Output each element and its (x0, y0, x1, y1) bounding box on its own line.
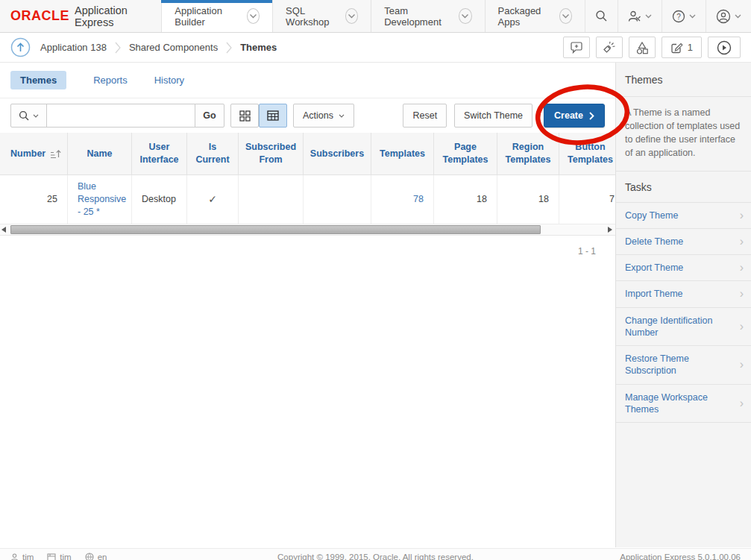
column-header-number[interactable]: Number (0, 133, 68, 175)
breadcrumb-separator-icon (226, 40, 232, 55)
task-change-identification-number[interactable]: Change Identification Number› (616, 308, 751, 347)
chevron-right-icon: › (740, 262, 744, 274)
breadcrumb-application[interactable]: Application 138 (40, 42, 107, 53)
scrollbar-thumb[interactable] (10, 225, 541, 234)
chevron-down-icon[interactable] (345, 8, 358, 24)
oracle-logo: ORACLE Application Express (0, 0, 161, 32)
tab-label: Packaged Apps (498, 5, 553, 28)
page-tabs: Themes Reports History (0, 63, 615, 98)
chevron-down-icon[interactable] (559, 8, 572, 24)
checkmark-icon: ✓ (208, 192, 217, 207)
templates-count-link[interactable]: 78 (413, 193, 424, 206)
up-level-icon[interactable] (10, 37, 31, 57)
chevron-right-icon: › (740, 288, 744, 300)
cell-user-interface: Desktop (132, 175, 187, 224)
column-header-is-current[interactable]: Is Current (187, 133, 239, 175)
help-menu-button[interactable]: ? (662, 0, 706, 32)
themes-report: Number Name User Interface Is Current Su… (0, 133, 615, 236)
create-label: Create (554, 110, 583, 121)
search-column-menu-button[interactable] (10, 104, 47, 128)
footer-workspace-label: tim (60, 553, 71, 560)
chevron-right-icon: › (740, 359, 744, 371)
column-label: Region Templates (502, 141, 554, 166)
spotlight-search-button[interactable] (596, 37, 623, 58)
chevron-down-icon (339, 114, 345, 118)
user-account-menu-button[interactable] (706, 0, 751, 32)
column-header-button-templates[interactable]: Button Templates (559, 133, 615, 175)
feedback-button[interactable] (563, 37, 590, 58)
chevron-right-icon: › (740, 236, 744, 248)
edit-page-icon (670, 41, 683, 54)
breadcrumb-shared-components[interactable]: Shared Components (129, 42, 218, 53)
tab-history[interactable]: History (154, 75, 184, 86)
cell-page-templates: 18 (434, 175, 497, 224)
scroll-right-arrow[interactable] (608, 227, 612, 233)
tab-reports[interactable]: Reports (93, 75, 128, 86)
edit-page-button[interactable]: 1 (662, 37, 702, 58)
globe-icon (85, 553, 94, 560)
column-label: Subscribers (310, 148, 364, 160)
chevron-right-icon: › (740, 321, 744, 333)
go-button[interactable]: Go (195, 104, 224, 128)
column-header-region-templates[interactable]: Region Templates (497, 133, 559, 175)
footer-language[interactable]: en (85, 553, 107, 560)
column-header-subscribed-from[interactable]: Subscribed From (239, 133, 304, 175)
task-restore-theme-subscription[interactable]: Restore Theme Subscription› (616, 346, 751, 385)
task-manage-workspace-themes[interactable]: Manage Workspace Themes› (616, 385, 751, 424)
tab-application-builder[interactable]: Application Builder (161, 0, 272, 32)
right-sidebar: Themes A Theme is a named collection of … (615, 63, 751, 547)
user-icon (716, 9, 731, 24)
footer-user[interactable]: tim (10, 553, 34, 560)
feedback-bubble-icon (570, 42, 583, 54)
themes-table: Number Name User Interface Is Current Su… (0, 133, 615, 224)
chevron-down-icon[interactable] (459, 8, 471, 24)
report-view-button[interactable] (259, 104, 287, 128)
reset-button[interactable]: Reset (403, 104, 447, 128)
theme-name-link[interactable]: Blue Responsive - 25 * (78, 180, 126, 218)
create-button[interactable]: Create (544, 104, 605, 128)
icon-view-button[interactable] (230, 104, 259, 128)
flashlight-icon (603, 41, 615, 54)
task-copy-theme[interactable]: Copy Theme› (616, 203, 751, 229)
chevron-right-icon (589, 112, 594, 120)
footer-version: Application Express 5.0.1.00.06 (517, 553, 741, 560)
column-header-name[interactable]: Name (68, 133, 132, 175)
administration-menu-button[interactable] (618, 0, 662, 32)
breadcrumb-actions: 1 (563, 37, 741, 58)
task-export-theme[interactable]: Export Theme› (616, 255, 751, 281)
actions-menu-button[interactable]: Actions (293, 104, 354, 128)
user-icon (10, 553, 19, 560)
tab-sql-workshop[interactable]: SQL Workshop (272, 0, 371, 32)
column-header-subscribers[interactable]: Subscribers (304, 133, 371, 175)
breadcrumb-bar: Application 138 Shared Components Themes (0, 33, 751, 63)
search-icon (595, 10, 608, 22)
horizontal-scrollbar[interactable] (0, 224, 615, 236)
shared-components-button[interactable] (629, 37, 656, 58)
search-input[interactable] (46, 104, 195, 128)
play-icon (717, 40, 732, 55)
task-import-theme[interactable]: Import Theme› (616, 281, 751, 307)
chevron-down-icon[interactable] (247, 8, 260, 24)
column-header-user-interface[interactable]: User Interface (132, 133, 187, 175)
search-icon (19, 110, 30, 122)
search-button[interactable] (585, 0, 618, 32)
chevron-down-icon (689, 14, 696, 19)
scroll-left-arrow[interactable] (1, 227, 6, 233)
task-delete-theme[interactable]: Delete Theme› (616, 229, 751, 255)
tab-packaged-apps[interactable]: Packaged Apps (485, 0, 585, 32)
column-label: Button Templates (564, 141, 615, 166)
column-header-templates[interactable]: Templates (371, 133, 434, 175)
breadcrumb: Application 138 Shared Components Themes (10, 37, 277, 57)
column-header-page-templates[interactable]: Page Templates (434, 133, 497, 175)
tab-themes[interactable]: Themes (10, 71, 66, 89)
svg-text:?: ? (676, 12, 681, 20)
switch-theme-button[interactable]: Switch Theme (454, 104, 532, 128)
cell-name: Blue Responsive - 25 * (68, 175, 132, 224)
actions-label: Actions (303, 110, 333, 121)
tab-team-development[interactable]: Team Development (371, 0, 484, 32)
footer-workspace[interactable]: tim (47, 553, 71, 560)
tab-label: Team Development (384, 5, 452, 28)
run-application-button[interactable] (708, 37, 741, 58)
column-label: Number (10, 148, 45, 160)
task-label: Manage Workspace Themes (625, 391, 735, 416)
